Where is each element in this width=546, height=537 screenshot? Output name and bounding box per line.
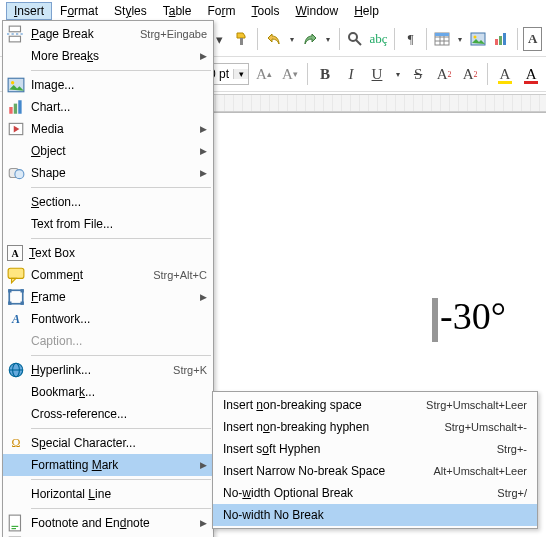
menu-styles[interactable]: Styles: [106, 2, 155, 20]
redo-icon[interactable]: [301, 27, 320, 51]
menu-label: Fontwork...: [31, 312, 207, 326]
menu-label: Special Character...: [31, 436, 207, 450]
insert-image-icon[interactable]: [469, 27, 488, 51]
menu-label: Insert soft Hyphen: [223, 442, 497, 456]
menu-label: Object: [31, 144, 194, 158]
svg-rect-25: [8, 268, 24, 278]
svg-rect-15: [9, 36, 20, 42]
menu-item-section[interactable]: Section...: [3, 191, 213, 213]
table-dropdown-icon[interactable]: ▾: [455, 27, 465, 51]
menu-item-page-break[interactable]: Page Break Strg+Eingabe: [3, 23, 213, 45]
submenu-item-nw-no-break[interactable]: No-width No Break: [213, 504, 537, 526]
formatting-mark-submenu: Insert non-breaking space Strg+Umschalt+…: [212, 391, 538, 529]
menu-item-media[interactable]: Media ▶: [3, 118, 213, 140]
menu-item-special-character[interactable]: Ω Special Character...: [3, 432, 213, 454]
menu-tools[interactable]: Tools: [243, 2, 287, 20]
menu-label: Formatting Mark: [31, 458, 194, 472]
undo-dropdown-icon[interactable]: ▾: [287, 27, 297, 51]
image-icon: [7, 76, 25, 94]
underline-dropdown-icon[interactable]: ▾: [392, 62, 403, 86]
highlight-icon[interactable]: A: [494, 62, 516, 86]
menu-accel: Strg+Alt+C: [153, 269, 207, 281]
menu-format[interactable]: Format: [52, 2, 106, 20]
media-icon: [7, 120, 25, 138]
text-box-border-icon[interactable]: A: [523, 27, 542, 51]
menu-item-formatting-mark[interactable]: Formatting Mark ▶: [3, 454, 213, 476]
italic-icon[interactable]: I: [340, 62, 362, 86]
menu-form[interactable]: Form: [199, 2, 243, 20]
menu-table[interactable]: Table: [155, 2, 200, 20]
menu-item-cross-reference[interactable]: Cross-reference...: [3, 403, 213, 425]
svg-rect-20: [14, 104, 17, 114]
table-insert-icon[interactable]: [433, 27, 452, 51]
menu-item-chart[interactable]: Chart...: [3, 96, 213, 118]
submenu-item-nbhyphen[interactable]: Insert non-breaking hyphen Strg+Umschalt…: [213, 416, 537, 438]
bold-icon[interactable]: B: [314, 62, 336, 86]
find-icon[interactable]: [346, 27, 365, 51]
insert-chart-icon[interactable]: [492, 27, 511, 51]
submenu-item-soft-hyphen[interactable]: Insert soft Hyphen Strg+-: [213, 438, 537, 460]
undo-icon[interactable]: [264, 27, 283, 51]
menu-item-hyperlink[interactable]: Hyperlink... Strg+K: [3, 359, 213, 381]
page-break-icon: [7, 25, 25, 43]
menu-item-object[interactable]: Object ▶: [3, 140, 213, 162]
textbox-icon: A: [7, 245, 23, 261]
menu-item-text-from-file[interactable]: Text from File...: [3, 213, 213, 235]
svg-rect-13: [503, 33, 506, 45]
menu-item-caption: Caption...: [3, 330, 213, 352]
menu-label: Frame: [31, 290, 194, 304]
menu-accel: Strg+/: [497, 487, 527, 499]
menu-accel: Strg+Umschalt+-: [444, 421, 527, 433]
redo-dropdown-icon[interactable]: ▾: [323, 27, 333, 51]
menu-label: Footnote and Endnote: [31, 516, 194, 530]
font-size-dropdown-icon[interactable]: ▾: [233, 69, 248, 79]
menu-item-image[interactable]: Image...: [3, 74, 213, 96]
menu-item-horizontal-line[interactable]: Horizontal Line: [3, 483, 213, 505]
underline-icon[interactable]: U: [366, 62, 388, 86]
formatting-marks-icon[interactable]: ¶: [401, 27, 420, 51]
menu-label: Page Break: [31, 27, 132, 41]
menu-label: Hyperlink...: [31, 363, 165, 377]
menu-label: More Breaks: [31, 49, 194, 63]
svg-rect-8: [435, 33, 449, 36]
svg-rect-11: [495, 39, 498, 45]
menu-accel: Strg+K: [173, 364, 207, 376]
menu-item-comment[interactable]: Comment Strg+Alt+C: [3, 264, 213, 286]
svg-rect-12: [499, 36, 502, 45]
increase-font-icon[interactable]: A▴: [253, 62, 275, 86]
menu-item-shape[interactable]: Shape ▶: [3, 162, 213, 184]
spellcheck-icon[interactable]: abç: [368, 27, 388, 51]
clone-format-icon[interactable]: [233, 27, 252, 51]
menu-item-footnote-endnote[interactable]: Footnote and Endnote ▶: [3, 512, 213, 534]
svg-rect-29: [8, 302, 11, 305]
submenu-item-nbsp[interactable]: Insert non-breaking space Strg+Umschalt+…: [213, 394, 537, 416]
menu-item-more-breaks[interactable]: More Breaks ▶: [3, 45, 213, 67]
menu-help[interactable]: Help: [346, 2, 387, 20]
subscript-icon[interactable]: A2: [459, 62, 481, 86]
menu-item-bookmark[interactable]: Bookmark...: [3, 381, 213, 403]
document-text[interactable]: -30°: [440, 294, 506, 338]
menu-window[interactable]: Window: [287, 2, 346, 20]
menu-item-frame[interactable]: Frame ▶: [3, 286, 213, 308]
menu-label: Caption...: [31, 334, 207, 348]
hyperlink-icon: [7, 361, 25, 379]
font-color-icon[interactable]: A: [520, 62, 542, 86]
svg-rect-28: [21, 289, 24, 292]
menu-label: Media: [31, 122, 194, 136]
strikethrough-icon[interactable]: S: [407, 62, 429, 86]
submenu-item-nw-optional-break[interactable]: No-width Optional Break Strg+/: [213, 482, 537, 504]
menu-label: No-width No Break: [223, 508, 527, 522]
comment-icon: [7, 266, 25, 284]
menu-accel: Alt+Umschalt+Leer: [433, 465, 527, 477]
menu-item-fontwork[interactable]: A Fontwork...: [3, 308, 213, 330]
submenu-item-narrow-nbsp[interactable]: Insert Narrow No-break Space Alt+Umschal…: [213, 460, 537, 482]
menu-insert[interactable]: Insert: [6, 2, 52, 20]
ruler[interactable]: [206, 94, 546, 112]
menu-label: Insert Narrow No-break Space: [223, 464, 433, 478]
submenu-arrow-icon: ▶: [200, 518, 207, 528]
superscript-icon[interactable]: A2: [433, 62, 455, 86]
svg-line-2: [356, 40, 361, 45]
svg-rect-27: [8, 289, 11, 292]
menu-item-text-box[interactable]: A Text Box: [3, 242, 213, 264]
decrease-font-icon[interactable]: A▾: [279, 62, 301, 86]
